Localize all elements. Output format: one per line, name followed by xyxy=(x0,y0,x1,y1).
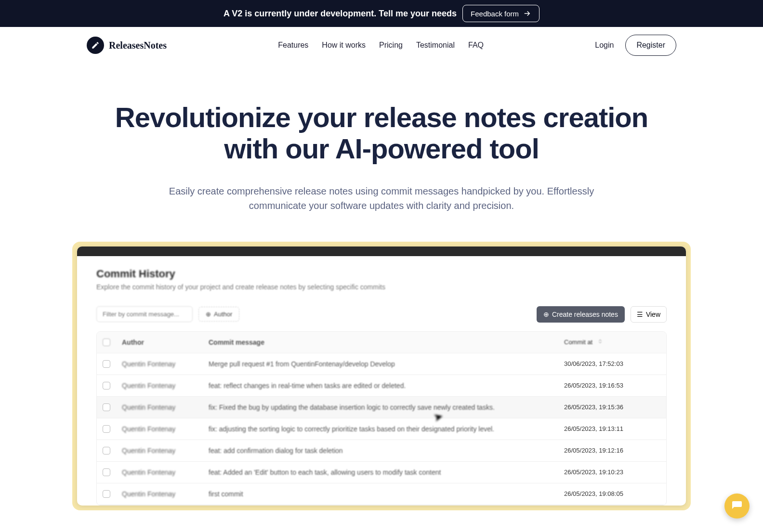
nav-how-it-works[interactable]: How it works xyxy=(322,41,366,50)
table-header-row: Author Commit message Commit at xyxy=(97,332,666,353)
column-author: Author xyxy=(122,338,209,346)
create-button-label: Create releases notes xyxy=(552,311,618,318)
row-author: Quentin Fontenay xyxy=(122,447,209,454)
plus-circle-icon: ⊕ xyxy=(543,311,549,318)
filter-commit-input[interactable] xyxy=(96,306,193,322)
commits-table: Author Commit message Commit at Quentin … xyxy=(96,331,667,506)
row-checkbox[interactable] xyxy=(103,447,110,454)
create-release-notes-button[interactable]: ⊕ Create releases notes xyxy=(537,306,625,323)
app-preview-frame: Commit History Explore the commit histor… xyxy=(72,242,691,510)
row-message: Merge pull request #1 from QuentinFonten… xyxy=(209,360,564,368)
row-date: 26/05/2023, 19:15:36 xyxy=(564,403,660,411)
table-row[interactable]: Quentin Fontenay Merge pull request #1 f… xyxy=(97,353,666,375)
chat-icon xyxy=(731,500,743,510)
row-checkbox[interactable] xyxy=(103,403,110,411)
row-author: Quentin Fontenay xyxy=(122,490,209,498)
login-link[interactable]: Login xyxy=(595,41,614,50)
row-date: 26/05/2023, 19:12:16 xyxy=(564,447,660,454)
plus-circle-icon: ⊕ xyxy=(206,311,211,318)
main-nav: Features How it works Pricing Testimonia… xyxy=(278,41,484,50)
hero-section: Revolutionize your release notes creatio… xyxy=(0,64,763,242)
row-checkbox[interactable] xyxy=(103,382,110,389)
table-row[interactable]: Quentin Fontenay first commit 26/05/2023… xyxy=(97,483,666,505)
author-filter-button[interactable]: ⊕ Author xyxy=(198,307,239,322)
row-message: fix: adjusting the sorting logic to corr… xyxy=(209,425,564,433)
window-body: Commit History Explore the commit histor… xyxy=(77,256,686,506)
column-message: Commit message xyxy=(209,338,564,346)
row-checkbox[interactable] xyxy=(103,425,110,433)
announcement-bar: A V2 is currently under development. Tel… xyxy=(0,0,763,27)
row-message: feat: reflect changes in real-time when … xyxy=(209,382,564,389)
row-message: feat: Added an 'Edit' button to each tas… xyxy=(209,468,564,476)
author-filter-label: Author xyxy=(214,311,232,318)
table-row[interactable]: Quentin Fontenay fix: Fixed the bug by u… xyxy=(97,397,666,418)
nav-testimonial[interactable]: Testimonial xyxy=(416,41,455,50)
row-author: Quentin Fontenay xyxy=(122,403,209,411)
app-preview-window: Commit History Explore the commit histor… xyxy=(77,247,686,506)
feedback-form-button[interactable]: Feedback form xyxy=(462,5,539,22)
select-all-checkbox[interactable] xyxy=(103,338,110,346)
hero-subtitle: Easily create comprehensive release note… xyxy=(165,184,598,213)
chat-widget-button[interactable] xyxy=(724,493,750,510)
row-message: first commit xyxy=(209,490,564,498)
row-date: 26/05/2023, 19:08:05 xyxy=(564,490,660,497)
view-button-label: View xyxy=(646,311,660,318)
table-row[interactable]: Quentin Fontenay feat: reflect changes i… xyxy=(97,375,666,397)
view-button[interactable]: ☰ View xyxy=(631,306,667,323)
site-header: ReleasesNotes Features How it works Pric… xyxy=(0,27,763,64)
preview-page-subtitle: Explore the commit history of your proje… xyxy=(96,283,667,291)
register-button[interactable]: Register xyxy=(625,35,676,56)
row-author: Quentin Fontenay xyxy=(122,468,209,476)
row-checkbox[interactable] xyxy=(103,360,110,368)
row-checkbox[interactable] xyxy=(103,490,110,498)
row-date: 30/06/2023, 17:52:03 xyxy=(564,360,660,367)
logo-text: ReleasesNotes xyxy=(109,40,167,51)
table-row[interactable]: Quentin Fontenay fix: adjusting the sort… xyxy=(97,418,666,440)
arrow-right-icon xyxy=(523,9,531,18)
nav-auth: Login Register xyxy=(595,35,676,56)
announcement-text: A V2 is currently under development. Tel… xyxy=(224,9,457,19)
column-commit-at[interactable]: Commit at xyxy=(564,338,660,346)
hero-title: Revolutionize your release notes creatio… xyxy=(87,102,676,165)
logo[interactable]: ReleasesNotes xyxy=(87,37,167,54)
row-message: fix: Fixed the bug by updating the datab… xyxy=(209,403,564,411)
row-author: Quentin Fontenay xyxy=(122,382,209,389)
nav-pricing[interactable]: Pricing xyxy=(379,41,403,50)
preview-toolbar: ⊕ Author ⊕ Create releases notes ☰ View xyxy=(96,306,667,323)
row-date: 26/05/2023, 19:13:11 xyxy=(564,425,660,432)
window-titlebar xyxy=(77,247,686,256)
sliders-icon: ☰ xyxy=(637,311,643,318)
row-message: feat: add confirmation dialog for task d… xyxy=(209,447,564,454)
nav-faq[interactable]: FAQ xyxy=(468,41,484,50)
sort-icon xyxy=(597,338,603,344)
nav-features[interactable]: Features xyxy=(278,41,308,50)
preview-page-title: Commit History xyxy=(96,268,667,280)
row-date: 26/05/2023, 19:16:53 xyxy=(564,382,660,389)
row-checkbox[interactable] xyxy=(103,468,110,476)
row-date: 26/05/2023, 19:10:23 xyxy=(564,468,660,476)
logo-icon xyxy=(87,37,104,54)
row-author: Quentin Fontenay xyxy=(122,360,209,368)
table-row[interactable]: Quentin Fontenay feat: Added an 'Edit' b… xyxy=(97,462,666,483)
table-row[interactable]: Quentin Fontenay feat: add confirmation … xyxy=(97,440,666,462)
row-author: Quentin Fontenay xyxy=(122,425,209,433)
feedback-button-label: Feedback form xyxy=(471,10,519,18)
